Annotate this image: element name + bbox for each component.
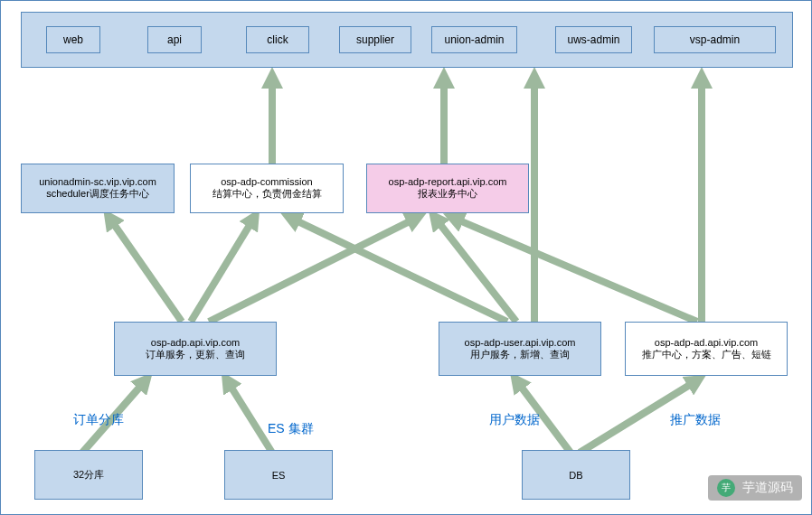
scheduler-line1: unionadmin-sc.vip.vip.com: [39, 176, 156, 187]
svg-line-10: [453, 218, 697, 322]
report-box: osp-adp-report.api.vip.com 报表业务中心: [366, 164, 529, 213]
es-text-label: ES 集群: [268, 421, 314, 437]
order-line2: 订单服务，更新、查询: [146, 348, 245, 361]
svg-line-2: [227, 380, 272, 453]
top-uws-admin: uws-admin: [555, 26, 632, 53]
top-vsp-admin: vsp-admin: [654, 26, 776, 53]
commission-line1: osp-adp-commission: [221, 176, 312, 187]
top-web: web: [46, 26, 100, 53]
svg-line-9: [435, 218, 516, 322]
watermark: 芋 芋道源码: [708, 475, 802, 501]
top-union-admin: union-admin: [431, 26, 517, 53]
scheduler-line2: scheduler调度任务中心: [46, 187, 149, 201]
wechat-icon: 芋: [717, 479, 735, 497]
ad-service-box: osp-adp-ad.api.vip.com 推广中心，方案、广告、短链: [625, 322, 788, 376]
shard-db-box: 32分库: [34, 450, 143, 500]
svg-line-7: [209, 218, 417, 322]
watermark-text: 芋道源码: [742, 480, 793, 496]
es-box: ES: [224, 450, 333, 500]
report-line1: osp-adp-report.api.vip.com: [389, 176, 507, 187]
svg-line-6: [191, 218, 254, 322]
commission-box: osp-adp-commission 结算中心，负责佣金结算: [190, 164, 344, 213]
promo-data-label: 推广数据: [670, 412, 721, 428]
user-data-label: 用户数据: [489, 412, 540, 428]
svg-line-8: [290, 218, 507, 322]
diagram-container: web api click supplier union-admin uws-a…: [0, 0, 812, 515]
order-line1: osp-adp.api.vip.com: [151, 337, 240, 348]
user-line2: 用户服务，新增、查询: [470, 348, 570, 361]
es-label: ES: [272, 470, 286, 481]
user-line1: osp-adp-user.api.vip.com: [465, 337, 576, 348]
ad-line2: 推广中心，方案、广告、短链: [642, 348, 771, 361]
user-service-box: osp-adp-user.api.vip.com 用户服务，新增、查询: [439, 322, 601, 376]
db-label: DB: [569, 470, 582, 481]
top-api: api: [147, 26, 202, 53]
arrows-layer: [1, 1, 811, 514]
commission-line2: 结算中心，负责佣金结算: [212, 187, 322, 201]
top-click: click: [246, 26, 309, 53]
scheduler-box: unionadmin-sc.vip.vip.com scheduler调度任务中…: [21, 164, 175, 213]
db-box: DB: [522, 450, 630, 500]
shard-db-label: 32分库: [73, 468, 104, 482]
svg-line-5: [109, 218, 182, 322]
shard-text-label: 订单分库: [73, 412, 124, 428]
ad-line1: osp-adp-ad.api.vip.com: [655, 337, 758, 348]
top-supplier: supplier: [339, 26, 411, 53]
report-line2: 报表业务中心: [418, 187, 477, 201]
order-service-box: osp-adp.api.vip.com 订单服务，更新、查询: [114, 322, 277, 376]
